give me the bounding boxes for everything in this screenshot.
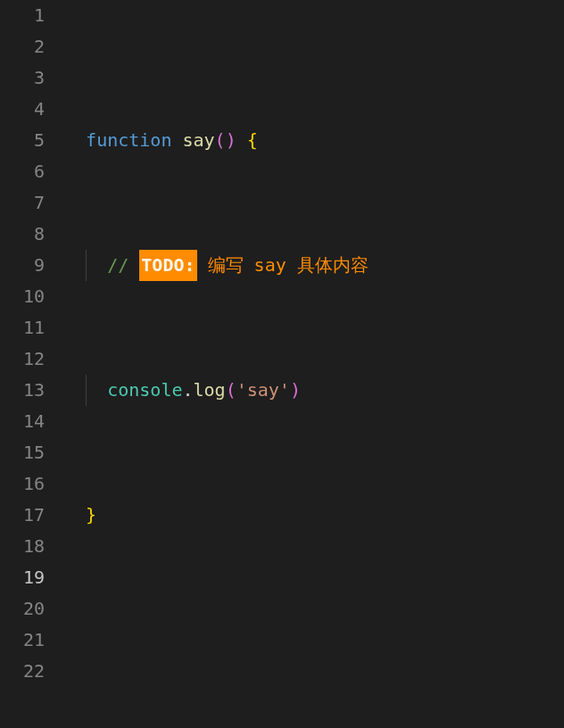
line-number: 7 (0, 187, 45, 219)
code-line[interactable] (64, 625, 564, 656)
line-number-gutter: 1 2 3 4 5 6 7 8 9 10 11 12 13 14 15 16 1… (0, 0, 64, 728)
keyword-function: function (86, 125, 171, 156)
todo-comment-text: 编写 say 具体内容 (197, 250, 369, 281)
string-literal: 'say' (236, 375, 290, 406)
code-line[interactable]: } (64, 500, 564, 531)
todo-tag: TODO: (139, 250, 196, 281)
line-number: 18 (0, 531, 45, 562)
comment-slashes: // (107, 250, 139, 281)
line-number: 15 (0, 437, 45, 468)
line-number: 11 (0, 312, 45, 343)
line-number: 8 (0, 219, 45, 250)
line-number: 12 (0, 343, 45, 375)
code-area[interactable]: function say() { // TODO: 编写 say 具体内容 co… (64, 0, 564, 728)
line-number: 13 (0, 375, 45, 406)
code-editor[interactable]: 1 2 3 4 5 6 7 8 9 10 11 12 13 14 15 16 1… (0, 0, 564, 728)
function-name: say (182, 125, 214, 156)
line-number: 20 (0, 593, 45, 625)
line-number: 10 (0, 281, 45, 312)
code-line[interactable]: function say() { (64, 125, 564, 156)
object-console: console (107, 375, 182, 406)
line-number: 19 (0, 562, 45, 593)
line-number: 1 (0, 0, 45, 31)
line-number: 9 (0, 250, 45, 281)
line-number: 14 (0, 406, 45, 437)
line-number: 17 (0, 500, 45, 531)
line-number: 6 (0, 156, 45, 187)
line-number: 21 (0, 625, 45, 656)
code-line[interactable]: console.log('say') (64, 375, 564, 406)
line-number: 5 (0, 125, 45, 156)
line-number: 3 (0, 62, 45, 94)
line-number: 22 (0, 656, 45, 687)
line-number: 2 (0, 31, 45, 62)
code-line[interactable]: // TODO: 编写 say 具体内容 (64, 250, 564, 281)
line-number: 4 (0, 94, 45, 125)
line-number: 16 (0, 468, 45, 500)
method-log: log (194, 375, 226, 406)
